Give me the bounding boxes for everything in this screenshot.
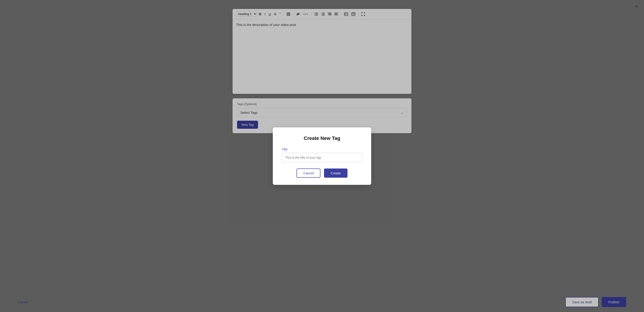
tag-title-input[interactable] [282, 153, 362, 162]
modal-create-button[interactable]: Create [324, 169, 348, 178]
modal-title: Create New Tag [282, 135, 362, 141]
modal-overlay: Create New Tag Title Cancel Create [0, 0, 644, 312]
modal-cancel-button[interactable]: Cancel [296, 169, 320, 178]
modal-buttons: Cancel Create [282, 169, 362, 178]
modal-field-label: Title [282, 148, 362, 151]
create-new-tag-modal: Create New Tag Title Cancel Create [273, 127, 371, 185]
